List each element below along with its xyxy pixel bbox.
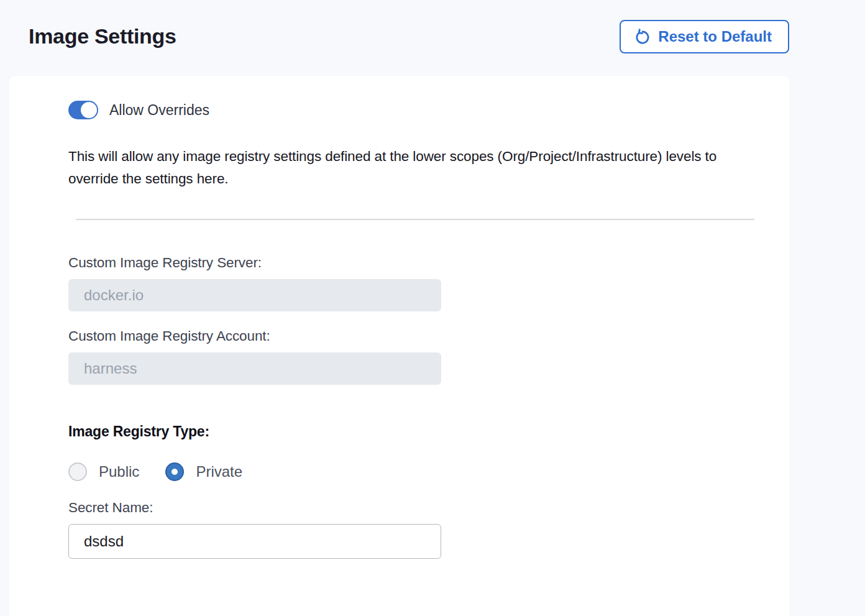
reset-button-label: Reset to Default <box>658 28 772 45</box>
overrides-description-text: This will allow any image registry setti… <box>68 145 753 190</box>
radio-private-circle[interactable] <box>165 462 184 481</box>
secret-name-label: Secret Name: <box>68 500 753 516</box>
secret-name-input[interactable] <box>68 524 441 559</box>
registry-server-input[interactable] <box>68 279 441 311</box>
secret-name-field-group: Secret Name: <box>68 500 753 559</box>
image-settings-page: Image Settings Reset to Default Allow Ov… <box>0 0 865 616</box>
section-divider <box>76 219 754 220</box>
registry-server-label: Custom Image Registry Server: <box>68 255 753 271</box>
image-registry-type-label: Image Registry Type: <box>68 423 753 440</box>
registry-account-label: Custom Image Registry Account: <box>68 328 753 344</box>
radio-option-public[interactable]: Public <box>68 462 139 481</box>
radio-public-circle[interactable] <box>68 462 87 481</box>
toggle-knob <box>81 102 97 118</box>
page-title: Image Settings <box>29 24 176 48</box>
registry-account-field-group: Custom Image Registry Account: <box>68 328 753 385</box>
registry-account-input[interactable] <box>68 352 441 385</box>
allow-overrides-toggle[interactable] <box>68 101 98 119</box>
registry-type-radio-group: Public Private <box>68 462 753 481</box>
registry-server-field-group: Custom Image Registry Server: <box>68 255 753 311</box>
allow-overrides-row: Allow Overrides <box>68 101 753 119</box>
page-header: Image Settings Reset to Default <box>0 0 865 53</box>
radio-public-label: Public <box>99 463 139 480</box>
radio-option-private[interactable]: Private <box>165 462 242 481</box>
allow-overrides-label: Allow Overrides <box>109 102 209 119</box>
reset-circular-arrow-icon <box>634 29 651 45</box>
image-settings-card: Allow Overrides This will allow any imag… <box>9 76 790 616</box>
reset-to-default-button[interactable]: Reset to Default <box>620 20 789 53</box>
radio-private-label: Private <box>196 463 242 480</box>
